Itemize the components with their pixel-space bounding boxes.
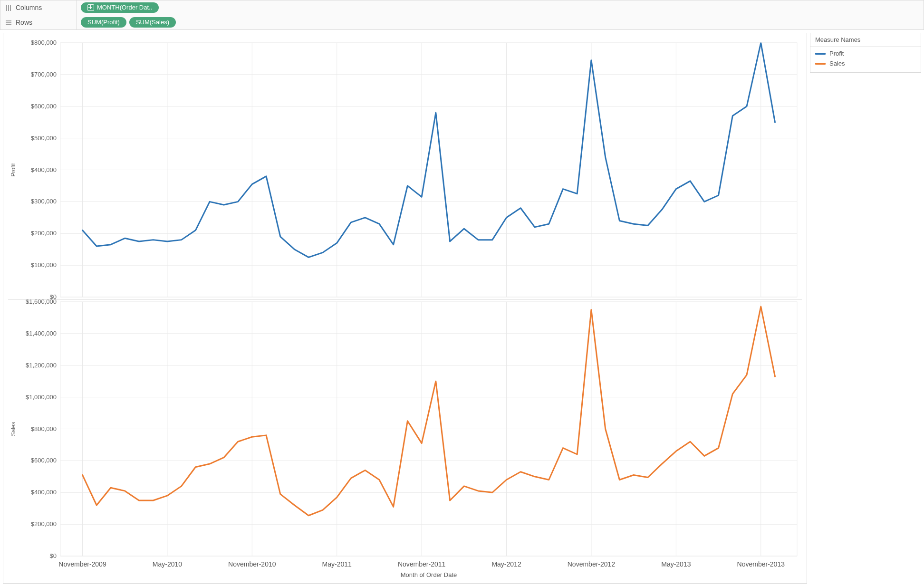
y-tick-label: $600,000 xyxy=(31,103,57,110)
series-line-sales[interactable] xyxy=(83,307,775,516)
rows-shelf[interactable]: Rows SUM(Profit)SUM(Sales) xyxy=(0,15,924,30)
y-tick-label: $500,000 xyxy=(31,134,57,142)
y-tick-label: $400,000 xyxy=(31,489,57,496)
x-tick-label: May-2010 xyxy=(153,560,182,568)
rows-shelf-label: Rows xyxy=(0,15,77,29)
x-tick-label: November-2012 xyxy=(568,560,616,568)
y-tick-label: $300,000 xyxy=(31,198,57,205)
legend-label: Profit xyxy=(829,50,844,57)
columns-label-text: Columns xyxy=(16,4,42,11)
legend-item[interactable]: Profit xyxy=(814,48,917,58)
series-line-profit[interactable] xyxy=(83,43,775,257)
y-axis-title: Profit xyxy=(10,163,17,177)
rows-icon xyxy=(5,19,12,26)
columns-icon xyxy=(5,4,12,11)
pill-label: SUM(Profit) xyxy=(87,17,120,28)
side-panel: Measure Names ProfitSales xyxy=(807,30,924,586)
legend-item[interactable]: Sales xyxy=(814,58,917,68)
legend-title: Measure Names xyxy=(810,33,921,47)
y-tick-label: $1,600,000 xyxy=(26,298,57,305)
legend-swatch xyxy=(815,53,826,55)
x-tick-label: November-2009 xyxy=(58,560,106,568)
legend-card[interactable]: Measure Names ProfitSales xyxy=(810,33,921,73)
y-tick-label: $100,000 xyxy=(31,261,57,269)
worksheet-body: $0$100,000$200,000$300,000$400,000$500,0… xyxy=(0,30,924,586)
field-pill[interactable]: SUM(Sales) xyxy=(129,17,176,28)
viz-area[interactable]: $0$100,000$200,000$300,000$400,000$500,0… xyxy=(3,33,807,584)
columns-shelf[interactable]: Columns MONTH(Order Dat.. xyxy=(0,0,924,15)
pill-label: MONTH(Order Dat.. xyxy=(97,2,152,13)
columns-shelf-body[interactable]: MONTH(Order Dat.. xyxy=(77,0,924,15)
y-tick-label: $1,400,000 xyxy=(26,330,57,337)
x-axis-title: Month of Order Date xyxy=(401,571,457,578)
y-tick-label: $800,000 xyxy=(31,425,57,432)
y-tick-label: $0 xyxy=(50,552,57,559)
columns-shelf-label: Columns xyxy=(0,0,77,15)
x-tick-label: May-2011 xyxy=(322,560,352,568)
chart-panel-sales[interactable]: $0$200,000$400,000$600,000$800,000$1,000… xyxy=(10,298,797,559)
y-tick-label: $1,000,000 xyxy=(26,394,57,401)
field-pill[interactable]: MONTH(Order Dat.. xyxy=(81,2,159,13)
x-tick-label: November-2013 xyxy=(737,560,785,568)
x-tick-label: May-2013 xyxy=(661,560,691,568)
legend-swatch xyxy=(815,63,826,65)
y-tick-label: $200,000 xyxy=(31,520,57,528)
x-tick-label: November-2011 xyxy=(398,560,446,568)
tableau-worksheet: Columns MONTH(Order Dat.. Rows SUM(Profi… xyxy=(0,0,924,586)
x-tick-label: November-2010 xyxy=(228,560,276,568)
legend-label: Sales xyxy=(829,60,845,67)
y-tick-label: $400,000 xyxy=(31,166,57,173)
field-pill[interactable]: SUM(Profit) xyxy=(81,17,126,28)
x-tick-label: May-2012 xyxy=(491,560,521,568)
drill-plus-icon[interactable] xyxy=(87,4,94,11)
y-axis-title: Sales xyxy=(10,422,17,436)
y-tick-label: $1,200,000 xyxy=(26,362,57,369)
rows-label-text: Rows xyxy=(16,19,32,26)
y-tick-label: $600,000 xyxy=(31,457,57,464)
y-tick-label: $700,000 xyxy=(31,71,57,78)
pill-label: SUM(Sales) xyxy=(136,17,169,28)
chart-panel-profit[interactable]: $0$100,000$200,000$300,000$400,000$500,0… xyxy=(10,39,797,300)
y-tick-label: $200,000 xyxy=(31,230,57,237)
legend-items: ProfitSales xyxy=(810,47,921,72)
line-charts[interactable]: $0$100,000$200,000$300,000$400,000$500,0… xyxy=(3,33,807,582)
rows-shelf-body[interactable]: SUM(Profit)SUM(Sales) xyxy=(77,15,924,29)
y-tick-label: $800,000 xyxy=(31,39,57,46)
